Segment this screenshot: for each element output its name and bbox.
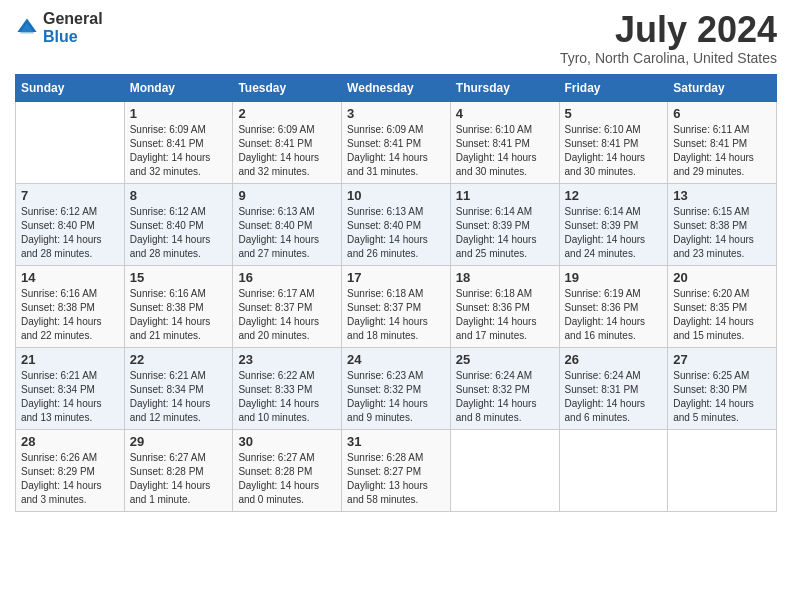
col-header-saturday: Saturday: [668, 74, 777, 101]
calendar-cell: 5Sunrise: 6:10 AMSunset: 8:41 PMDaylight…: [559, 101, 668, 183]
day-number: 19: [565, 270, 663, 285]
calendar-cell: 7Sunrise: 6:12 AMSunset: 8:40 PMDaylight…: [16, 183, 125, 265]
calendar-cell: 15Sunrise: 6:16 AMSunset: 8:38 PMDayligh…: [124, 265, 233, 347]
calendar-cell: 20Sunrise: 6:20 AMSunset: 8:35 PMDayligh…: [668, 265, 777, 347]
calendar-cell: 19Sunrise: 6:19 AMSunset: 8:36 PMDayligh…: [559, 265, 668, 347]
day-info: Sunrise: 6:12 AMSunset: 8:40 PMDaylight:…: [130, 205, 228, 261]
calendar-week-row: 1Sunrise: 6:09 AMSunset: 8:41 PMDaylight…: [16, 101, 777, 183]
page-header: General Blue July 2024 Tyro, North Carol…: [15, 10, 777, 66]
day-info: Sunrise: 6:20 AMSunset: 8:35 PMDaylight:…: [673, 287, 771, 343]
day-number: 24: [347, 352, 445, 367]
month-title: July 2024: [560, 10, 777, 50]
logo-blue-text: Blue: [43, 28, 103, 46]
day-number: 21: [21, 352, 119, 367]
calendar-week-row: 28Sunrise: 6:26 AMSunset: 8:29 PMDayligh…: [16, 429, 777, 511]
calendar-cell: 3Sunrise: 6:09 AMSunset: 8:41 PMDaylight…: [342, 101, 451, 183]
calendar-week-row: 7Sunrise: 6:12 AMSunset: 8:40 PMDaylight…: [16, 183, 777, 265]
day-info: Sunrise: 6:12 AMSunset: 8:40 PMDaylight:…: [21, 205, 119, 261]
calendar-cell: 1Sunrise: 6:09 AMSunset: 8:41 PMDaylight…: [124, 101, 233, 183]
day-info: Sunrise: 6:13 AMSunset: 8:40 PMDaylight:…: [238, 205, 336, 261]
day-number: 14: [21, 270, 119, 285]
calendar-cell: [450, 429, 559, 511]
calendar-header-row: SundayMondayTuesdayWednesdayThursdayFrid…: [16, 74, 777, 101]
day-info: Sunrise: 6:15 AMSunset: 8:38 PMDaylight:…: [673, 205, 771, 261]
day-info: Sunrise: 6:21 AMSunset: 8:34 PMDaylight:…: [21, 369, 119, 425]
logo-icon: [15, 16, 39, 40]
day-number: 12: [565, 188, 663, 203]
calendar-cell: 8Sunrise: 6:12 AMSunset: 8:40 PMDaylight…: [124, 183, 233, 265]
calendar-cell: 6Sunrise: 6:11 AMSunset: 8:41 PMDaylight…: [668, 101, 777, 183]
day-info: Sunrise: 6:10 AMSunset: 8:41 PMDaylight:…: [565, 123, 663, 179]
day-info: Sunrise: 6:18 AMSunset: 8:36 PMDaylight:…: [456, 287, 554, 343]
day-number: 11: [456, 188, 554, 203]
calendar-cell: 30Sunrise: 6:27 AMSunset: 8:28 PMDayligh…: [233, 429, 342, 511]
day-number: 29: [130, 434, 228, 449]
day-number: 6: [673, 106, 771, 121]
day-info: Sunrise: 6:09 AMSunset: 8:41 PMDaylight:…: [130, 123, 228, 179]
day-number: 20: [673, 270, 771, 285]
calendar-cell: 28Sunrise: 6:26 AMSunset: 8:29 PMDayligh…: [16, 429, 125, 511]
day-info: Sunrise: 6:18 AMSunset: 8:37 PMDaylight:…: [347, 287, 445, 343]
logo: General Blue: [15, 10, 103, 45]
day-number: 16: [238, 270, 336, 285]
calendar-cell: 27Sunrise: 6:25 AMSunset: 8:30 PMDayligh…: [668, 347, 777, 429]
calendar-cell: 21Sunrise: 6:21 AMSunset: 8:34 PMDayligh…: [16, 347, 125, 429]
col-header-thursday: Thursday: [450, 74, 559, 101]
day-number: 1: [130, 106, 228, 121]
day-info: Sunrise: 6:09 AMSunset: 8:41 PMDaylight:…: [238, 123, 336, 179]
calendar-cell: 4Sunrise: 6:10 AMSunset: 8:41 PMDaylight…: [450, 101, 559, 183]
day-info: Sunrise: 6:22 AMSunset: 8:33 PMDaylight:…: [238, 369, 336, 425]
day-info: Sunrise: 6:24 AMSunset: 8:32 PMDaylight:…: [456, 369, 554, 425]
day-number: 7: [21, 188, 119, 203]
logo-text: General Blue: [43, 10, 103, 45]
calendar-cell: 14Sunrise: 6:16 AMSunset: 8:38 PMDayligh…: [16, 265, 125, 347]
calendar-cell: 31Sunrise: 6:28 AMSunset: 8:27 PMDayligh…: [342, 429, 451, 511]
day-number: 28: [21, 434, 119, 449]
day-info: Sunrise: 6:10 AMSunset: 8:41 PMDaylight:…: [456, 123, 554, 179]
day-info: Sunrise: 6:16 AMSunset: 8:38 PMDaylight:…: [130, 287, 228, 343]
day-number: 8: [130, 188, 228, 203]
calendar-cell: 11Sunrise: 6:14 AMSunset: 8:39 PMDayligh…: [450, 183, 559, 265]
day-number: 5: [565, 106, 663, 121]
day-number: 31: [347, 434, 445, 449]
logo-general-text: General: [43, 10, 103, 28]
day-number: 10: [347, 188, 445, 203]
day-number: 30: [238, 434, 336, 449]
calendar-cell: 2Sunrise: 6:09 AMSunset: 8:41 PMDaylight…: [233, 101, 342, 183]
calendar-cell: 26Sunrise: 6:24 AMSunset: 8:31 PMDayligh…: [559, 347, 668, 429]
calendar-cell: 24Sunrise: 6:23 AMSunset: 8:32 PMDayligh…: [342, 347, 451, 429]
day-number: 9: [238, 188, 336, 203]
calendar-cell: 23Sunrise: 6:22 AMSunset: 8:33 PMDayligh…: [233, 347, 342, 429]
day-number: 25: [456, 352, 554, 367]
day-info: Sunrise: 6:09 AMSunset: 8:41 PMDaylight:…: [347, 123, 445, 179]
col-header-monday: Monday: [124, 74, 233, 101]
day-number: 15: [130, 270, 228, 285]
day-number: 26: [565, 352, 663, 367]
day-info: Sunrise: 6:26 AMSunset: 8:29 PMDaylight:…: [21, 451, 119, 507]
calendar-cell: 22Sunrise: 6:21 AMSunset: 8:34 PMDayligh…: [124, 347, 233, 429]
calendar-cell: 10Sunrise: 6:13 AMSunset: 8:40 PMDayligh…: [342, 183, 451, 265]
calendar-cell: 12Sunrise: 6:14 AMSunset: 8:39 PMDayligh…: [559, 183, 668, 265]
day-number: 13: [673, 188, 771, 203]
day-info: Sunrise: 6:23 AMSunset: 8:32 PMDaylight:…: [347, 369, 445, 425]
calendar-cell: 9Sunrise: 6:13 AMSunset: 8:40 PMDaylight…: [233, 183, 342, 265]
calendar-cell: 25Sunrise: 6:24 AMSunset: 8:32 PMDayligh…: [450, 347, 559, 429]
day-info: Sunrise: 6:16 AMSunset: 8:38 PMDaylight:…: [21, 287, 119, 343]
col-header-tuesday: Tuesday: [233, 74, 342, 101]
day-info: Sunrise: 6:19 AMSunset: 8:36 PMDaylight:…: [565, 287, 663, 343]
day-number: 18: [456, 270, 554, 285]
calendar-cell: 16Sunrise: 6:17 AMSunset: 8:37 PMDayligh…: [233, 265, 342, 347]
day-info: Sunrise: 6:27 AMSunset: 8:28 PMDaylight:…: [238, 451, 336, 507]
day-info: Sunrise: 6:21 AMSunset: 8:34 PMDaylight:…: [130, 369, 228, 425]
title-block: July 2024 Tyro, North Carolina, United S…: [560, 10, 777, 66]
day-number: 17: [347, 270, 445, 285]
day-info: Sunrise: 6:25 AMSunset: 8:30 PMDaylight:…: [673, 369, 771, 425]
day-info: Sunrise: 6:24 AMSunset: 8:31 PMDaylight:…: [565, 369, 663, 425]
day-info: Sunrise: 6:14 AMSunset: 8:39 PMDaylight:…: [565, 205, 663, 261]
calendar-cell: 18Sunrise: 6:18 AMSunset: 8:36 PMDayligh…: [450, 265, 559, 347]
day-info: Sunrise: 6:27 AMSunset: 8:28 PMDaylight:…: [130, 451, 228, 507]
col-header-wednesday: Wednesday: [342, 74, 451, 101]
calendar-cell: [16, 101, 125, 183]
calendar-week-row: 14Sunrise: 6:16 AMSunset: 8:38 PMDayligh…: [16, 265, 777, 347]
calendar-cell: [668, 429, 777, 511]
